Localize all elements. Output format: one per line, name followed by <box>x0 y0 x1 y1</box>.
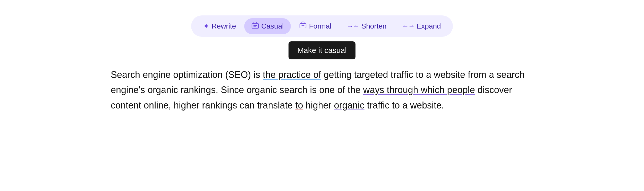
formal-button[interactable]: Formal <box>292 18 338 34</box>
svg-rect-2 <box>253 26 256 27</box>
toolbar: ✦ Rewrite Casual Fo <box>191 15 453 37</box>
tooltip: Make it casual <box>289 41 355 59</box>
text-organic: organic <box>334 100 365 111</box>
text-normal-4: higher <box>303 100 334 111</box>
expand-icon: ←→ <box>402 22 414 30</box>
text-the-practice: the practice of <box>263 69 321 80</box>
formal-icon <box>299 22 307 31</box>
svg-rect-1 <box>253 25 257 26</box>
casual-label: Casual <box>261 22 284 30</box>
text-normal-5: traffic to a website. <box>365 100 444 111</box>
rewrite-label: Rewrite <box>211 22 236 30</box>
expand-label: Expand <box>417 22 441 30</box>
rewrite-icon: ✦ <box>203 22 209 31</box>
text-normal: Search engine optimization (SEO) is <box>111 69 263 80</box>
rewrite-button[interactable]: ✦ Rewrite <box>196 18 243 34</box>
formal-label: Formal <box>309 22 331 30</box>
content-area: Search engine optimization (SEO) is the … <box>90 67 554 113</box>
tooltip-wrapper: Make it casual <box>289 41 355 59</box>
text-to: to <box>295 100 303 111</box>
casual-icon <box>251 22 259 31</box>
shorten-button[interactable]: →← Shorten <box>340 19 394 34</box>
casual-button[interactable]: Casual <box>244 18 291 34</box>
svg-rect-0 <box>252 24 259 28</box>
shorten-icon: →← <box>347 22 359 30</box>
toolbar-container: ✦ Rewrite Casual Fo <box>191 15 453 37</box>
expand-button[interactable]: ←→ Expand <box>395 19 448 34</box>
text-ways-through: ways through which people <box>363 85 475 95</box>
shorten-label: Shorten <box>361 22 387 30</box>
